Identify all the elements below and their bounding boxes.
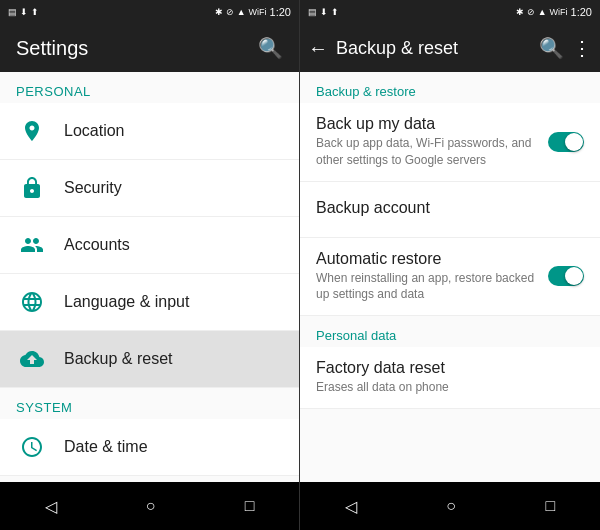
bt-icon: ✱ — [215, 7, 223, 17]
download-icon: ⬇ — [20, 7, 28, 17]
nosim-icon-r: ⊘ — [527, 7, 535, 17]
settings-content: Personal Location Security — [0, 72, 299, 482]
wifi-icon-r: WiFi — [550, 7, 568, 17]
status-icons-right-left: ▤ ⬇ ⬆ — [308, 7, 339, 17]
settings-app-bar: Settings 🔍 — [0, 24, 299, 72]
backup-panel: ▤ ⬇ ⬆ ✱ ⊘ ▲ WiFi 1:20 ← Backup & reset 🔍… — [300, 0, 600, 530]
auto-restore-item[interactable]: Automatic restore When reinstalling an a… — [300, 238, 600, 317]
status-bar-left: ▤ ⬇ ⬆ ✱ ⊘ ▲ WiFi 1:20 — [0, 0, 299, 24]
home-button-right[interactable]: ○ — [430, 489, 472, 523]
section-personal: Personal — [0, 72, 299, 103]
bt-icon-r: ✱ — [516, 7, 524, 17]
datetime-label: Date & time — [64, 438, 148, 456]
language-icon — [16, 286, 48, 318]
backup-app-bar: ← Backup & reset 🔍 ⋮ — [300, 24, 600, 72]
personal-data-header: Personal data — [300, 316, 600, 347]
auto-restore-text: Automatic restore When reinstalling an a… — [316, 250, 536, 304]
settings-panel: ▤ ⬇ ⬆ ✱ ⊘ ▲ WiFi 1:20 Settings 🔍 Persona… — [0, 0, 300, 530]
menu-item-accounts[interactable]: Accounts — [0, 217, 299, 274]
signal-icon-r: ▲ — [538, 7, 547, 17]
backup-content: Backup & restore Back up my data Back up… — [300, 72, 600, 482]
status-bar-right: ▤ ⬇ ⬆ ✱ ⊘ ▲ WiFi 1:20 — [300, 0, 600, 24]
signal-icon: ▲ — [237, 7, 246, 17]
menu-item-language[interactable]: Language & input — [0, 274, 299, 331]
settings-title: Settings — [16, 37, 88, 60]
factory-reset-title: Factory data reset — [316, 359, 584, 377]
backup-data-title: Back up my data — [316, 115, 536, 133]
backup-restore-header: Backup & restore — [300, 72, 600, 103]
backup-account-title: Backup account — [316, 199, 584, 217]
auto-restore-subtitle: When reinstalling an app, restore backed… — [316, 270, 536, 304]
backup-title: Backup & reset — [336, 38, 531, 59]
menu-item-location[interactable]: Location — [0, 103, 299, 160]
factory-reset-text: Factory data reset Erases all data on ph… — [316, 359, 584, 396]
backup-account-text: Backup account — [316, 199, 584, 219]
back-button-right[interactable]: ◁ — [329, 489, 373, 524]
accounts-icon — [16, 229, 48, 261]
auto-restore-toggle[interactable] — [548, 266, 584, 286]
location-icon — [16, 115, 48, 147]
section-system: System — [0, 388, 299, 419]
auto-restore-title: Automatic restore — [316, 250, 536, 268]
backup-data-item[interactable]: Back up my data Back up app data, Wi-Fi … — [300, 103, 600, 182]
back-icon[interactable]: ← — [308, 37, 328, 60]
backup-data-subtitle: Back up app data, Wi-Fi passwords, and o… — [316, 135, 536, 169]
backup-label: Backup & reset — [64, 350, 173, 368]
factory-reset-subtitle: Erases all data on phone — [316, 379, 584, 396]
backup-data-toggle[interactable] — [548, 132, 584, 152]
search-icon[interactable]: 🔍 — [258, 36, 283, 60]
status-icons-right-right: ✱ ⊘ ▲ WiFi 1:20 — [516, 6, 592, 18]
sim-icon-r: ▤ — [308, 7, 317, 17]
time-display: 1:20 — [270, 6, 291, 18]
menu-item-security[interactable]: Security — [0, 160, 299, 217]
accounts-label: Accounts — [64, 236, 130, 254]
recent-button-right[interactable]: □ — [530, 489, 572, 523]
security-icon — [16, 172, 48, 204]
search-icon-right[interactable]: 🔍 — [539, 36, 564, 60]
time-display-right: 1:20 — [571, 6, 592, 18]
location-label: Location — [64, 122, 125, 140]
more-icon[interactable]: ⋮ — [572, 36, 592, 60]
upload-icon-r: ⬆ — [331, 7, 339, 17]
security-label: Security — [64, 179, 122, 197]
menu-item-datetime[interactable]: Date & time — [0, 419, 299, 476]
backup-account-item[interactable]: Backup account — [300, 182, 600, 238]
back-button[interactable]: ◁ — [29, 489, 73, 524]
upload-icon: ⬆ — [31, 7, 39, 17]
home-button[interactable]: ○ — [130, 489, 172, 523]
download-icon-r: ⬇ — [320, 7, 328, 17]
backup-data-text: Back up my data Back up app data, Wi-Fi … — [316, 115, 536, 169]
backup-icon — [16, 343, 48, 375]
nav-bar-right: ◁ ○ □ — [300, 482, 600, 530]
clock-icon — [16, 431, 48, 463]
nosim-icon: ⊘ — [226, 7, 234, 17]
sim-icon: ▤ — [8, 7, 17, 17]
recent-button[interactable]: □ — [229, 489, 271, 523]
factory-reset-item[interactable]: Factory data reset Erases all data on ph… — [300, 347, 600, 409]
menu-item-backup[interactable]: Backup & reset — [0, 331, 299, 388]
language-label: Language & input — [64, 293, 189, 311]
status-icons-left: ▤ ⬇ ⬆ — [8, 7, 39, 17]
wifi-icon: WiFi — [249, 7, 267, 17]
status-icons-right: ✱ ⊘ ▲ WiFi 1:20 — [215, 6, 291, 18]
nav-bar-left: ◁ ○ □ — [0, 482, 299, 530]
